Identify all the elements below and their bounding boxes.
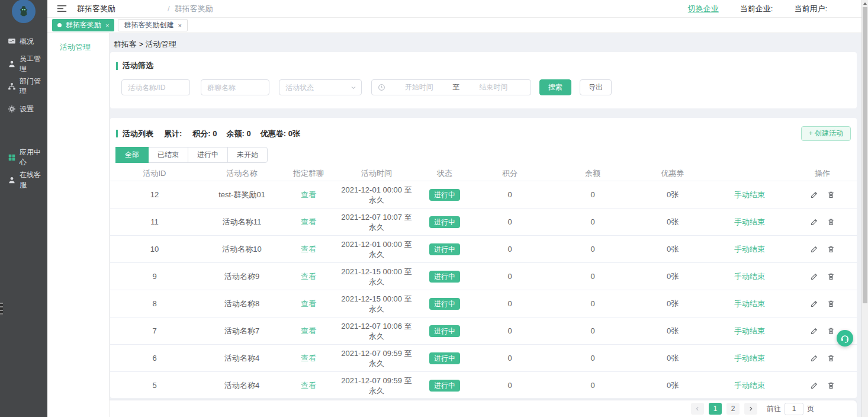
table-header-row: 活动ID 活动名称 指定群聊 活动时间 状态 积分 余额 优惠券 操作 — [110, 166, 857, 181]
sidebar-item-employees[interactable]: 员工管理 — [0, 53, 47, 75]
view-group-link[interactable]: 查看 — [301, 190, 316, 199]
table-row: 9 活动名称9 查看 2021-12-15 00:00 至 永久 进行中 0 0… — [110, 263, 857, 290]
manual-end-link[interactable]: 手动结束 — [734, 326, 765, 335]
page-number-button[interactable]: 1 — [709, 403, 722, 415]
status-tab[interactable]: 全部 — [115, 147, 149, 163]
view-group-link[interactable]: 查看 — [301, 326, 316, 335]
close-tab-icon[interactable]: × — [178, 22, 181, 29]
sidebar-item-overview[interactable]: 概况 — [0, 30, 47, 53]
status-tab[interactable]: 进行中 — [188, 147, 228, 163]
activity-name-input[interactable] — [121, 79, 190, 95]
sidebar-item-online-service[interactable]: 在线客服 — [0, 169, 47, 191]
delete-icon[interactable] — [827, 191, 835, 198]
status-badge: 进行中 — [429, 216, 460, 228]
sidebar-item-settings[interactable]: 设置 — [0, 98, 47, 120]
prev-page-button[interactable] — [691, 403, 704, 415]
activity-list-card: 活动列表 累计: 积分: 0余额: 0优惠卷: 0张 + 创建活动 全部已结束进… — [110, 118, 857, 398]
status-badge: 进行中 — [429, 352, 460, 364]
gear-icon — [8, 105, 16, 113]
group-name-input[interactable] — [201, 79, 269, 95]
delete-icon[interactable] — [827, 381, 835, 389]
cell-activity-id: 9 — [110, 272, 199, 281]
next-page-button[interactable] — [744, 403, 757, 415]
sidebar-item-app-center[interactable]: 应用中心 — [0, 146, 47, 169]
close-tab-icon[interactable]: × — [105, 22, 109, 29]
create-activity-button[interactable]: + 创建活动 — [801, 126, 851, 141]
table-row: 8 活动名称8 查看 2021-12-15 00:00 至 永久 进行中 0 0… — [110, 290, 857, 317]
cell-coupons: 0张 — [634, 326, 711, 336]
switch-company-link[interactable]: 切换企业 — [688, 4, 719, 14]
cell-operations — [788, 245, 857, 253]
view-group-link[interactable]: 查看 — [301, 354, 316, 363]
view-group-link[interactable]: 查看 — [301, 217, 316, 226]
edit-icon[interactable] — [811, 218, 818, 226]
delete-icon[interactable] — [827, 327, 835, 335]
edit-icon[interactable] — [811, 191, 818, 198]
scrollbar-thumb[interactable] — [863, 7, 867, 303]
manual-end-link[interactable]: 手动结束 — [734, 245, 765, 254]
sidebar-item-label: 员工管理 — [20, 54, 47, 74]
col-designated-group: 指定群聊 — [285, 168, 332, 179]
status-tab[interactable]: 未开始 — [227, 147, 268, 163]
cell-balance: 0 — [551, 245, 634, 254]
activity-table: 活动ID 活动名称 指定群聊 活动时间 状态 积分 余额 优惠券 操作 12 t… — [110, 166, 857, 398]
search-button[interactable]: 搜索 — [539, 79, 571, 95]
manual-end-link[interactable]: 手动结束 — [734, 190, 765, 199]
scroll-up-arrow-icon — [863, 2, 867, 5]
customer-service-button[interactable] — [837, 330, 853, 347]
sidebar-item-departments[interactable]: 部门管理 — [0, 75, 47, 98]
export-button[interactable]: 导出 — [580, 79, 612, 95]
time-line-1: 2021-12-15 00:00 至 — [332, 294, 421, 304]
edit-icon[interactable] — [811, 245, 818, 253]
tab-group-reward[interactable]: 群拓客奖励 × — [52, 19, 114, 31]
breadcrumb-primary[interactable]: 群拓客奖励 — [77, 4, 163, 14]
activity-status-input[interactable] — [279, 79, 362, 95]
manual-end-link[interactable]: 手动结束 — [734, 299, 765, 308]
sidebar-item-label: 应用中心 — [20, 147, 47, 168]
status-badge: 进行中 — [429, 298, 460, 310]
manual-end-link[interactable]: 手动结束 — [734, 272, 765, 281]
edit-icon[interactable] — [811, 354, 818, 362]
goto-page-group: 前往 页 — [767, 403, 814, 415]
date-range-picker[interactable]: 开始时间 至 结束时间 — [371, 79, 531, 95]
time-line-1: 2021-12-01 00:00 至 — [332, 239, 421, 249]
current-company-label: 当前企业: — [740, 4, 773, 14]
table-body: 12 test-群奖励01 查看 2021-12-01 00:00 至 永久 进… — [110, 181, 857, 398]
scroll-up-button[interactable] — [862, 0, 868, 7]
tab-group-reward-create[interactable]: 群拓客奖励创建 × — [118, 19, 187, 31]
breadcrumb: 群拓客奖励 / 群拓客奖励 — [77, 4, 222, 14]
cell-points: 0 — [468, 354, 551, 363]
app-logo[interactable] — [12, 0, 36, 23]
view-group-link[interactable]: 查看 — [301, 272, 316, 281]
status-tab[interactable]: 已结束 — [148, 147, 188, 163]
edit-icon[interactable] — [811, 327, 818, 335]
collapse-menu-icon[interactable] — [57, 4, 67, 13]
cell-points: 0 — [468, 272, 551, 281]
manual-end-link[interactable]: 手动结束 — [734, 217, 765, 226]
view-group-link[interactable]: 查看 — [301, 299, 316, 308]
edit-icon[interactable] — [811, 300, 818, 307]
delete-icon[interactable] — [827, 354, 835, 362]
activity-status-select[interactable] — [279, 79, 362, 95]
left-edge-handle[interactable] — [0, 303, 3, 315]
view-group-link[interactable]: 查看 — [301, 381, 316, 390]
manual-end-link[interactable]: 手动结束 — [734, 354, 765, 363]
cell-coupons: 0张 — [634, 271, 711, 282]
goto-page-input[interactable] — [785, 403, 803, 415]
delete-icon[interactable] — [827, 300, 835, 307]
delete-icon[interactable] — [827, 218, 835, 226]
edit-icon[interactable] — [811, 381, 818, 389]
status-badge: 进行中 — [429, 271, 460, 283]
vertical-scrollbar[interactable] — [861, 0, 868, 417]
submenu-item-activity-management[interactable]: 活动管理 — [47, 33, 109, 53]
cell-activity-id: 5 — [110, 381, 199, 390]
view-group-link[interactable]: 查看 — [301, 245, 316, 254]
cell-points: 0 — [468, 326, 551, 335]
time-line-2: 永久 — [332, 195, 421, 205]
delete-icon[interactable] — [827, 272, 835, 280]
edit-icon[interactable] — [811, 272, 818, 280]
cell-points: 0 — [468, 217, 551, 226]
manual-end-link[interactable]: 手动结束 — [734, 381, 765, 390]
delete-icon[interactable] — [827, 245, 835, 253]
page-number-button[interactable]: 2 — [726, 403, 740, 415]
